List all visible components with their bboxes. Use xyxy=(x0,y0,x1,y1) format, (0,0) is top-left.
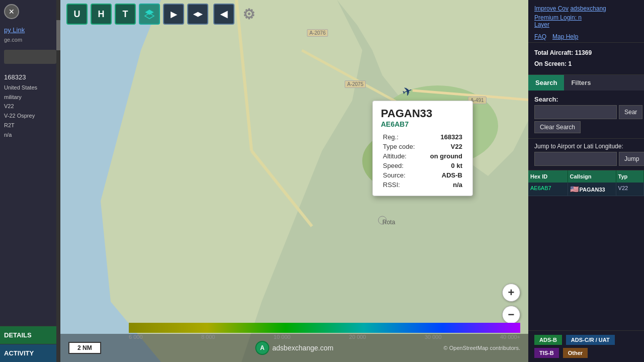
on-screen-stat: On Screen: 1 xyxy=(534,59,638,70)
road-label-a2076: A-2076 xyxy=(307,29,328,37)
clear-search-button[interactable]: Clear Search xyxy=(534,121,581,133)
col-hexid[interactable]: Hex ID xyxy=(528,170,568,183)
faq-link[interactable]: FAQ xyxy=(534,33,546,40)
popup-alt-label: Altitude: xyxy=(381,151,423,161)
layer-link[interactable]: Layer xyxy=(534,21,638,28)
stats-area: Total Aircraft: 11369 On Screen: 1 xyxy=(528,43,644,75)
sidebar-search-box xyxy=(4,50,56,64)
popup-rssi-value: n/a xyxy=(423,180,464,190)
popup-reg-label: Reg.: xyxy=(381,132,423,142)
table-header: Hex ID Callsign Typ xyxy=(528,170,644,183)
col-type[interactable]: Typ xyxy=(616,170,644,183)
popup-reg-value: 168323 xyxy=(423,132,464,142)
search-row: Sear xyxy=(534,105,638,119)
search-go-button[interactable]: Sear xyxy=(619,105,642,119)
layers-button[interactable] xyxy=(139,4,160,25)
filter-adsb[interactable]: ADS-B xyxy=(534,335,562,345)
logo-circle: A xyxy=(255,341,269,355)
aircraft-info: 168323 United States military V22 V-22 O… xyxy=(0,68,60,143)
t-button[interactable]: T xyxy=(115,4,136,25)
tab-search[interactable]: Search xyxy=(528,75,564,90)
jump-section: Jump to Airport or Lati Longitude: Jump xyxy=(528,139,644,170)
details-button[interactable]: DETAILS xyxy=(0,326,60,344)
scrollbar[interactable] xyxy=(56,0,60,362)
h-button[interactable]: H xyxy=(91,4,112,25)
tab-filters[interactable]: Filters xyxy=(564,75,598,90)
source-filter-row: ADS-B ADS-C/R / UAT xyxy=(534,335,638,345)
cell-hex: AE6AB7 xyxy=(528,183,568,196)
zoom-in-button[interactable]: + xyxy=(502,284,520,302)
popup-rssi-label: RSSI: xyxy=(381,180,423,190)
back-button[interactable]: ◀ xyxy=(213,4,234,25)
filter-adsc[interactable]: ADS-C/R / UAT xyxy=(566,335,615,345)
nav-links: FAQ Map Help xyxy=(528,31,644,43)
svg-marker-1 xyxy=(101,0,362,362)
longitude-label: Longitude: xyxy=(595,143,623,150)
cell-type: V22 xyxy=(616,183,644,196)
road-label-a2075: A-2075 xyxy=(345,80,366,88)
zoom-out-button[interactable]: − xyxy=(502,306,520,324)
popup-source-value: ADS-B xyxy=(423,170,464,180)
premium-login-link[interactable]: Premium Login: n xyxy=(534,14,638,21)
next-button[interactable]: ▶ xyxy=(163,4,184,25)
svg-marker-10 xyxy=(145,10,154,15)
source-filter-row-2: TIS-B Other xyxy=(534,348,638,358)
city-label-rota: Rota xyxy=(382,219,395,226)
jump-button[interactable]: Jump xyxy=(619,152,644,166)
aircraft-popup: PAGAN33 AE6AB7 Reg.: 168323 Type code: V… xyxy=(372,101,473,196)
activity-button[interactable]: ACTIVITY xyxy=(0,344,60,362)
filter-tisb[interactable]: TIS-B xyxy=(534,348,559,358)
search-label: Search: xyxy=(534,96,638,103)
map-logo: A adsbexchange.com xyxy=(255,341,333,355)
u-button[interactable]: U xyxy=(66,4,88,25)
aircraft-table-area: Hex ID Callsign Typ AE6AB7 🇺🇸PAGAN33 V22 xyxy=(528,170,644,330)
popup-type-label: Type code: xyxy=(381,142,423,151)
total-aircraft-stat: Total Aircraft: 11369 xyxy=(534,48,638,59)
search-input[interactable] xyxy=(534,105,617,119)
jump-input[interactable] xyxy=(534,152,617,166)
popup-callsign: PAGAN33 xyxy=(381,107,464,120)
popup-alt-value: on ground xyxy=(423,151,464,161)
map-area[interactable]: A-2076 A-2075 A-491 Rota U H T ▶ ◀▶ ◀ ⚙ … xyxy=(60,0,528,362)
filter-other[interactable]: Other xyxy=(563,348,588,358)
copyright-text: © OpenStreetMap contributors. xyxy=(444,345,520,351)
domain-label: ge.com xyxy=(0,36,60,44)
right-panel: Improve Cov adsbexchang Premium Login: n… xyxy=(528,0,644,362)
search-section: Search: Sear Clear Search xyxy=(528,90,644,139)
tab-row: Search Filters xyxy=(528,75,644,90)
popup-hex-id: AE6AB7 xyxy=(381,120,464,128)
copy-link[interactable]: py Link xyxy=(0,24,60,36)
sidebar-bottom-buttons: DETAILS ACTIVITY xyxy=(0,326,60,362)
flag-icon: 🇺🇸 xyxy=(570,185,579,193)
popup-speed-value: 0 kt xyxy=(423,161,464,170)
map-help-link[interactable]: Map Help xyxy=(552,33,578,40)
split-button[interactable]: ◀▶ xyxy=(187,4,208,25)
jump-row: Jump xyxy=(534,152,638,166)
cell-callsign: 🇺🇸PAGAN33 xyxy=(568,183,616,196)
improve-cov-link[interactable]: Improve Cov adsbexchang xyxy=(534,5,638,12)
source-filters: ADS-B ADS-C/R / UAT TIS-B Other xyxy=(528,330,644,362)
bottom-bar: 2 NM A adsbexchange.com © OpenStreetMap … xyxy=(60,334,528,362)
altitude-bar: 6 000 8 000 10 000 20 000 30 000 40 000+ xyxy=(121,323,528,333)
scroll-thumb xyxy=(56,20,60,50)
jump-label: Jump to Airport or Lati xyxy=(534,143,593,150)
settings-button[interactable]: ⚙ xyxy=(237,4,260,25)
col-callsign[interactable]: Callsign xyxy=(568,170,616,183)
table-row[interactable]: AE6AB7 🇺🇸PAGAN33 V22 xyxy=(528,183,644,196)
scale-indicator: 2 NM xyxy=(68,342,101,354)
top-links: Improve Cov adsbexchang Premium Login: n… xyxy=(528,0,644,31)
popup-type-value: V22 xyxy=(423,142,464,151)
popup-source-label: Source: xyxy=(381,170,423,180)
close-button[interactable]: ✕ xyxy=(4,4,19,19)
left-sidebar: ✕ py Link ge.com 168323 United States mi… xyxy=(0,0,60,362)
popup-speed-label: Speed: xyxy=(381,161,423,170)
map-toolbar: U H T ▶ ◀▶ ◀ ⚙ xyxy=(60,0,528,28)
altitude-gradient xyxy=(129,323,520,333)
